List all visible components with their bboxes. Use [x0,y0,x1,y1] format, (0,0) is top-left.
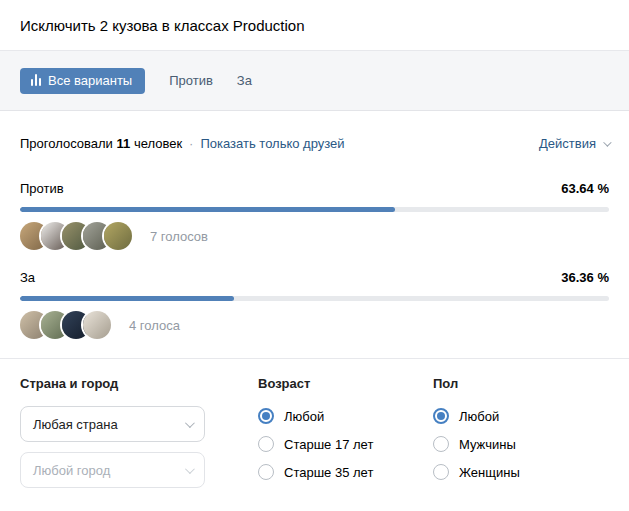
age-radio-over35[interactable]: Старше 35 лет [258,462,398,482]
progress-bar-track [20,207,609,212]
progress-bar-fill [20,296,234,301]
actions-label: Действия [539,136,596,151]
tab-all-options[interactable]: Все варианты [20,68,145,94]
city-select[interactable]: Любой город [20,452,205,488]
city-select-value: Любой город [33,463,110,478]
voted-suffix: человек [134,136,182,151]
radio-label: Женщины [459,465,520,480]
poll-body: Проголосовали 11 человек · Показать толь… [0,136,629,488]
tab-for[interactable]: За [237,73,252,88]
voter-avatars [20,222,132,250]
filter-gender: Пол Любой Мужчины Женщины [433,376,573,488]
tab-all-options-label: Все варианты [48,73,132,88]
option-percent: 63.64 % [561,181,609,196]
gender-radio-any[interactable]: Любой [433,406,573,426]
country-select[interactable]: Любая страна [20,406,205,442]
option-label: Против [20,181,64,196]
radio-label: Старше 17 лет [284,437,373,452]
radio-label: Мужчины [459,437,516,452]
show-friends-link[interactable]: Показать только друзей [200,136,344,151]
filters-section: Страна и город Любая страна Любой город … [20,359,609,488]
dialog-header: Исключить 2 кузова в классах Production [0,0,629,51]
poll-option-for: За 36.36 % 4 голоса [20,270,609,339]
radio-selected-icon [258,408,274,424]
poll-title: Исключить 2 кузова в классах Production [20,17,305,34]
filter-header: Пол [433,376,573,391]
votes-count-label: 4 голоса [129,318,180,333]
progress-bar-fill [20,207,395,212]
country-select-value: Любая страна [33,417,118,432]
filter-country-city: Страна и город Любая страна Любой город [20,376,205,488]
filter-header: Страна и город [20,376,205,391]
radio-selected-icon [433,408,449,424]
chevron-down-icon [185,418,195,428]
chevron-down-icon [603,138,611,146]
tab-strip: Все варианты Против За [0,51,629,111]
option-label: За [20,270,35,285]
radio-label: Любой [284,409,324,424]
radio-icon [433,436,449,452]
stats-row: Проголосовали 11 человек · Показать толь… [20,136,609,151]
voted-prefix: Проголосовали [20,136,113,151]
gender-radio-female[interactable]: Женщины [433,462,573,482]
actions-menu-button[interactable]: Действия [539,136,609,151]
radio-label: Любой [459,409,499,424]
radio-icon [258,464,274,480]
gender-radio-male[interactable]: Мужчины [433,434,573,454]
poll-option-against: Против 63.64 % 7 голосов [20,181,609,250]
filter-age: Возраст Любой Старше 17 лет Старше 35 ле… [258,376,398,488]
progress-bar-track [20,296,609,301]
poll-results-dialog: Исключить 2 кузова в классах Production … [0,0,629,511]
voter-avatars [20,311,111,339]
chevron-down-icon [185,464,195,474]
option-percent: 36.36 % [561,270,609,285]
radio-icon [433,464,449,480]
radio-icon [258,436,274,452]
age-radio-over17[interactable]: Старше 17 лет [258,434,398,454]
radio-label: Старше 35 лет [284,465,373,480]
votes-count-label: 7 голосов [150,229,208,244]
age-radio-any[interactable]: Любой [258,406,398,426]
voted-count: 11 [117,136,131,151]
separator-dot: · [189,136,193,151]
voter-avatar[interactable] [104,222,132,250]
tab-against[interactable]: Против [169,73,213,88]
filter-header: Возраст [258,376,398,391]
voter-avatar[interactable] [83,311,111,339]
bar-chart-icon [31,74,41,86]
